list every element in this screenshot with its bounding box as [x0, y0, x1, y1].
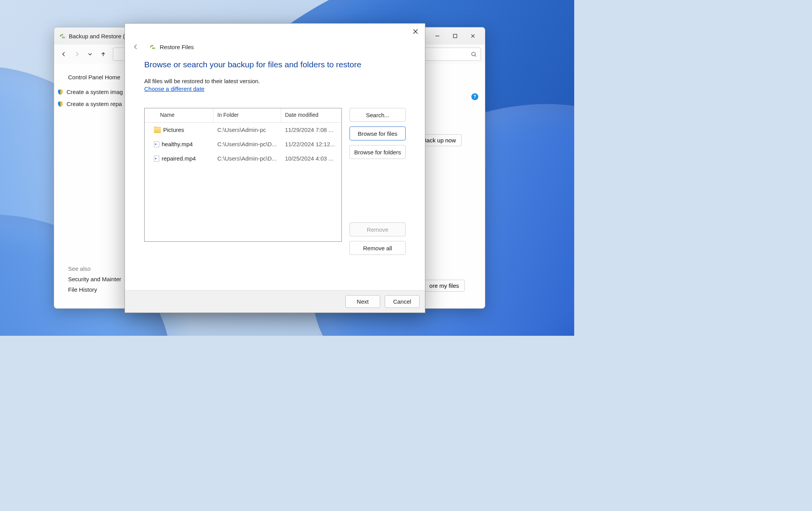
- list-row[interactable]: healthy.mp4C:\Users\Admin-pc\D...11/22/2…: [145, 137, 341, 151]
- file-list[interactable]: Name In Folder Date modified PicturesC:\…: [144, 108, 342, 242]
- dialog-headline: Browse or search your backup for files a…: [144, 60, 406, 69]
- button-label: ore my files: [429, 282, 459, 289]
- sidebar-link-label: Create a system imag: [67, 89, 123, 95]
- svg-point-0: [62, 37, 65, 39]
- close-button[interactable]: [409, 26, 422, 37]
- nav-forward-button[interactable]: [71, 48, 83, 60]
- button-label: Back up now: [423, 137, 456, 144]
- minimize-button[interactable]: [428, 30, 446, 42]
- sidebar-link-label: Create a system repa: [67, 101, 122, 107]
- video-file-icon: [154, 141, 159, 147]
- see-also-heading: See also: [68, 265, 121, 272]
- search-button[interactable]: Search...: [350, 108, 406, 122]
- file-folder: C:\Users\Admin-pc\D...: [213, 155, 281, 162]
- browse-for-files-button[interactable]: Browse for files: [350, 126, 406, 140]
- restore-files-dialog: Restore Files Browse or search your back…: [125, 23, 425, 313]
- window-title: Backup and Restore (W: [69, 33, 130, 39]
- nav-up-button[interactable]: [97, 48, 109, 60]
- restore-files-icon: [149, 43, 156, 50]
- remove-all-button[interactable]: Remove all: [350, 241, 406, 255]
- next-button[interactable]: Next: [345, 295, 380, 308]
- file-date: 10/25/2024 4:03 ...: [281, 155, 341, 162]
- svg-point-3: [152, 48, 155, 50]
- choose-different-date-link[interactable]: Choose a different date: [144, 85, 205, 92]
- svg-point-2: [472, 52, 475, 55]
- nav-back-button[interactable]: [58, 48, 70, 60]
- list-row[interactable]: PicturesC:\Users\Admin-pc11/29/2024 7:08…: [145, 123, 341, 137]
- svg-rect-1: [454, 34, 457, 38]
- cancel-button[interactable]: Cancel: [385, 295, 420, 308]
- file-name: healthy.mp4: [162, 141, 193, 147]
- dialog-title: Restore Files: [160, 44, 194, 50]
- action-buttons-column: Search... Browse for files Browse for fo…: [350, 108, 406, 255]
- column-in-folder[interactable]: In Folder: [213, 108, 281, 122]
- back-button[interactable]: [130, 41, 141, 52]
- see-also-section: See also Security and Mainter File Histo…: [68, 265, 121, 297]
- file-name: repaired.mp4: [162, 155, 196, 162]
- file-history-link[interactable]: File History: [68, 286, 121, 293]
- maximize-button[interactable]: [446, 30, 464, 42]
- search-icon: [471, 51, 477, 57]
- nav-history-button[interactable]: [84, 48, 96, 60]
- create-system-repair-link[interactable]: Create a system repa: [54, 98, 133, 110]
- shield-icon: [57, 101, 63, 107]
- backup-restore-icon: [59, 32, 66, 39]
- file-date: 11/29/2024 7:08 ...: [281, 126, 341, 133]
- video-file-icon: [154, 156, 159, 162]
- list-row[interactable]: repaired.mp4C:\Users\Admin-pc\D...10/25/…: [145, 151, 341, 166]
- file-date: 11/22/2024 12:12...: [281, 141, 341, 147]
- create-system-image-link[interactable]: Create a system imag: [54, 86, 133, 98]
- file-folder: C:\Users\Admin-pc\D...: [213, 141, 281, 147]
- control-panel-home-link[interactable]: Control Panel Home: [54, 71, 133, 86]
- restore-my-files-button[interactable]: ore my files: [423, 280, 465, 292]
- column-name[interactable]: Name: [145, 108, 213, 122]
- dialog-header: Restore Files: [125, 39, 425, 60]
- column-date-modified[interactable]: Date modified: [281, 108, 341, 122]
- dialog-footer: Next Cancel: [125, 290, 425, 313]
- dialog-subtext: All files will be restored to their late…: [144, 78, 406, 84]
- browse-for-folders-button[interactable]: Browse for folders: [350, 145, 406, 159]
- help-icon[interactable]: ?: [471, 93, 478, 100]
- close-button[interactable]: [464, 30, 482, 42]
- remove-button[interactable]: Remove: [350, 222, 406, 236]
- list-header: Name In Folder Date modified: [145, 108, 341, 123]
- shield-icon: [57, 89, 63, 95]
- file-name: Pictures: [163, 126, 184, 133]
- folder-icon: [154, 127, 161, 133]
- file-folder: C:\Users\Admin-pc: [213, 126, 281, 133]
- security-maintenance-link[interactable]: Security and Mainter: [68, 276, 121, 282]
